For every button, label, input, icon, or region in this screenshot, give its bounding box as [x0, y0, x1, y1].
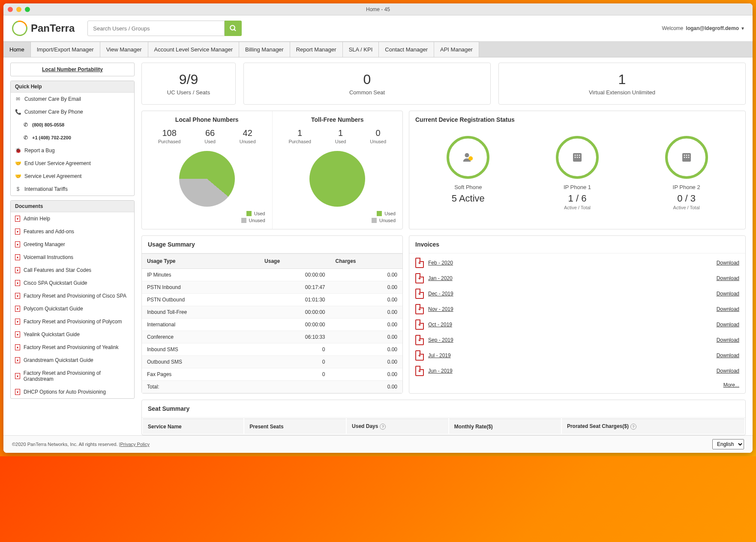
- nav-tab-account-level-service-manager[interactable]: Account Level Service Manager: [148, 42, 240, 57]
- invoice-row: Nov - 2019Download: [415, 301, 739, 317]
- table-row: Inbound SMS00.00: [142, 343, 402, 356]
- nav-tab-import-export-manager[interactable]: Import/Export Manager: [31, 42, 100, 57]
- document-link[interactable]: ▾Factory Reset and Provisioning of Grand…: [11, 367, 134, 385]
- table-row: International00:00:000.00: [142, 319, 402, 331]
- invoice-row: Feb - 2020Download: [415, 255, 739, 271]
- pdf-icon: ▾: [15, 319, 20, 325]
- close-window-button[interactable]: [8, 7, 13, 12]
- invoices-title: Invoices: [409, 236, 745, 253]
- invoice-link[interactable]: Dec - 2019: [428, 291, 712, 297]
- document-link[interactable]: ▾Yealink Quickstart Guide: [11, 328, 134, 341]
- pdf-icon: [415, 273, 424, 283]
- download-link[interactable]: Download: [717, 368, 739, 374]
- nav-tab-billing-manager[interactable]: Billing Manager: [239, 42, 290, 57]
- report-bug-link[interactable]: 🐞Report a Bug: [11, 144, 134, 157]
- nav-tab-report-manager[interactable]: Report Manager: [290, 42, 343, 57]
- svg-rect-16: [686, 157, 687, 158]
- download-link[interactable]: Download: [717, 352, 739, 358]
- search-button[interactable]: [225, 21, 242, 36]
- local-number-portability-link[interactable]: Local Number Portability: [11, 63, 134, 76]
- download-link[interactable]: Download: [717, 291, 739, 297]
- minimize-window-button[interactable]: [16, 7, 21, 12]
- main-content: 9/9UC Users / Seats0Common Seat1Virtual …: [141, 63, 746, 435]
- seat-title: Seat Summary: [142, 400, 745, 418]
- invoice-link[interactable]: Jan - 2020: [428, 275, 712, 281]
- tollfree-numbers-pie-chart: [309, 151, 365, 207]
- privacy-policy-link[interactable]: Privacy Policy: [120, 442, 149, 447]
- svg-rect-13: [686, 155, 687, 156]
- help-icon[interactable]: ?: [630, 424, 636, 430]
- invoice-link[interactable]: Feb - 2020: [428, 260, 712, 266]
- invoice-link[interactable]: Oct - 2019: [428, 322, 712, 328]
- download-link[interactable]: Download: [717, 260, 739, 266]
- document-link[interactable]: ▾Voicemail Instructions: [11, 251, 134, 264]
- welcome-text[interactable]: Welcome logan@ldegroff.demo ▾: [662, 25, 744, 31]
- invoice-link[interactable]: Sep - 2019: [428, 337, 712, 343]
- invoice-link[interactable]: Jul - 2019: [428, 352, 712, 358]
- phone-number-1[interactable]: ✆(800) 805-0558: [11, 118, 134, 131]
- customer-care-phone-link[interactable]: 📞Customer Care By Phone: [11, 105, 134, 118]
- logo-text: PanTerra: [31, 22, 75, 34]
- invoice-link[interactable]: Jun - 2019: [428, 368, 712, 374]
- document-link[interactable]: ▾Call Features and Star Codes: [11, 264, 134, 277]
- maximize-window-button[interactable]: [25, 7, 30, 12]
- stat-card: 9/9UC Users / Seats: [141, 63, 236, 105]
- table-header: Present Seats: [244, 419, 346, 434]
- local-numbers-pie-chart: [179, 151, 235, 207]
- table-header: Used Days?: [347, 419, 448, 434]
- download-link[interactable]: Download: [717, 322, 739, 328]
- document-link[interactable]: ▾Polycom Quickstart Guide: [11, 302, 134, 315]
- help-icon[interactable]: ?: [380, 424, 386, 430]
- download-link[interactable]: Download: [717, 337, 739, 343]
- nav-tab-contact-manager[interactable]: Contact Manager: [379, 42, 434, 57]
- pdf-icon: ▾: [15, 216, 20, 222]
- document-link[interactable]: ▾Admin Help: [11, 212, 134, 225]
- pdf-icon: [415, 350, 424, 361]
- seat-summary-panel: Seat Summary Service NamePresent SeatsUs…: [141, 400, 746, 435]
- search-icon: [229, 24, 237, 32]
- pdf-icon: ▾: [15, 254, 20, 260]
- table-row: Outbound SMS00.00: [142, 356, 402, 368]
- document-link[interactable]: ▾Features and Add-ons: [11, 225, 134, 238]
- device-icon: [447, 136, 489, 179]
- sla-link[interactable]: 🤝Service Level Agreement: [11, 170, 134, 183]
- customer-care-email-link[interactable]: ✉Customer Care By Email: [11, 93, 134, 105]
- bug-icon: 🐞: [15, 148, 21, 154]
- language-select[interactable]: English: [712, 439, 744, 449]
- document-link[interactable]: ▾Greeting Manager: [11, 238, 134, 251]
- pdf-icon: ▾: [15, 267, 20, 273]
- svg-point-2: [465, 153, 469, 157]
- document-link[interactable]: ▾Factory Reset and Provisioning of Yeali…: [11, 341, 134, 354]
- nav-tab-home[interactable]: Home: [3, 42, 31, 57]
- nav-tab-view-manager[interactable]: View Manager: [100, 42, 148, 57]
- more-invoices-link[interactable]: More...: [409, 380, 745, 392]
- device-reg-title: Current Device Registration Status: [409, 111, 745, 128]
- pdf-icon: ▾: [15, 306, 20, 312]
- svg-line-1: [234, 29, 236, 31]
- eusa-link[interactable]: 🤝End User Service Agreement: [11, 157, 134, 170]
- pdf-icon: ▾: [15, 357, 20, 363]
- nav-tab-sla-kpi[interactable]: SLA / KPI: [343, 42, 379, 57]
- invoice-row: Oct - 2019Download: [415, 317, 739, 332]
- invoice-link[interactable]: Nov - 2019: [428, 306, 712, 312]
- phone-number-2[interactable]: ✆+1 (408) 702-2200: [11, 131, 134, 144]
- download-link[interactable]: Download: [717, 275, 739, 281]
- device-icon: [665, 136, 708, 179]
- nav-tab-api-manager[interactable]: API Manager: [434, 42, 479, 57]
- table-header: Usage Type: [142, 254, 259, 269]
- tariffs-link[interactable]: $International Tariffs: [11, 183, 134, 196]
- document-link[interactable]: ▾Grandstream Quickstart Guide: [11, 354, 134, 367]
- invoice-row: Jul - 2019Download: [415, 348, 739, 363]
- document-link[interactable]: ▾Factory Reset and Provisioning of Polyc…: [11, 315, 134, 328]
- svg-point-3: [469, 157, 473, 161]
- pdf-icon: [415, 258, 424, 268]
- document-link[interactable]: ▾DHCP Options for Auto Provisioning: [11, 385, 134, 398]
- document-link[interactable]: ▾Factory Reset and Provisioning of Cisco…: [11, 289, 134, 302]
- svg-rect-10: [579, 157, 580, 158]
- document-link[interactable]: ▾Cisco SPA Quickstart Guide: [11, 277, 134, 289]
- table-row: PSTN Inbound00:17:470.00: [142, 281, 402, 294]
- search-input[interactable]: [87, 21, 225, 36]
- download-link[interactable]: Download: [717, 306, 739, 312]
- pdf-icon: [415, 335, 424, 345]
- usage-summary-panel: Usage Summary Usage TypeUsageCharges IP …: [141, 235, 403, 394]
